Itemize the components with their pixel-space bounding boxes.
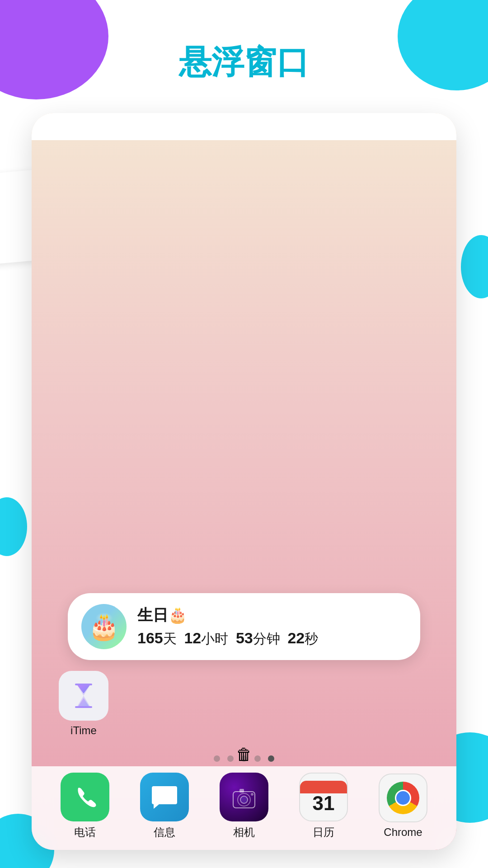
app-icon-itime[interactable]: iTime: [59, 671, 108, 737]
messages-app-label: 信息: [154, 825, 175, 840]
indicator-5-active: [268, 755, 274, 762]
widget-avatar: 🎂: [81, 604, 127, 649]
calendar-app-label: 日历: [313, 825, 334, 840]
dock-item-camera[interactable]: 相机: [220, 773, 268, 840]
calendar-header: [300, 781, 347, 793]
countdown-minutes: 53: [236, 629, 253, 646]
widget-content: 生日🎂 165天 12小时 53分钟 22秒: [137, 605, 407, 648]
chrome-inner-circle: [395, 790, 411, 806]
svg-point-4: [240, 796, 248, 803]
messages-app-icon: [140, 773, 189, 821]
dock-item-messages[interactable]: 信息: [140, 773, 189, 840]
camera-icon-svg: [230, 783, 258, 811]
itime-label: iTime: [70, 724, 97, 737]
chrome-app-icon: [379, 774, 427, 822]
page-title: 悬浮窗口: [0, 41, 488, 84]
countdown-hours: 12: [184, 629, 201, 646]
trash-icon: 🗑: [236, 745, 252, 764]
dock-item-calendar[interactable]: 31 日历: [299, 773, 348, 840]
phone-mockup: 🎂 生日🎂 165天 12小时 53分钟 22秒: [32, 113, 456, 850]
widget-countdown: 165天 12小时 53分钟 22秒: [137, 629, 407, 648]
phone-screen: 🎂 生日🎂 165天 12小时 53分钟 22秒: [32, 113, 456, 850]
phone-app-label: 电话: [74, 825, 96, 840]
dock-item-chrome[interactable]: Chrome: [379, 774, 427, 839]
phone-icon-svg: [71, 783, 99, 811]
chrome-app-label: Chrome: [384, 826, 422, 839]
trash-icon-area: 🗑: [236, 745, 252, 764]
countdown-days: 165: [137, 629, 163, 646]
itime-icon-background: [59, 671, 108, 721]
camera-app-label: 相机: [233, 825, 255, 840]
calendar-day: 31: [313, 793, 335, 813]
camera-app-icon: [220, 773, 268, 821]
svg-rect-5: [239, 789, 244, 793]
dock: 电话 信息: [32, 766, 456, 850]
indicator-1: [214, 755, 220, 762]
bg-teal-blob-left-mid: [0, 497, 27, 556]
floating-widget[interactable]: 🎂 生日🎂 165天 12小时 53分钟 22秒: [68, 593, 420, 660]
itime-icon-svg: [68, 680, 99, 712]
widget-title: 生日🎂: [137, 605, 407, 626]
status-bar: [32, 113, 456, 140]
phone-app-icon: [61, 773, 109, 821]
messages-icon-svg: [150, 783, 179, 811]
bg-teal-blob-right-mid: [461, 235, 488, 298]
chrome-logo: [387, 782, 419, 814]
indicator-2: [227, 755, 234, 762]
calendar-app-icon: 31: [299, 773, 348, 821]
countdown-seconds: 22: [287, 629, 305, 646]
svg-point-6: [251, 793, 253, 796]
indicator-4: [254, 755, 261, 762]
dock-item-phone[interactable]: 电话: [61, 773, 109, 840]
